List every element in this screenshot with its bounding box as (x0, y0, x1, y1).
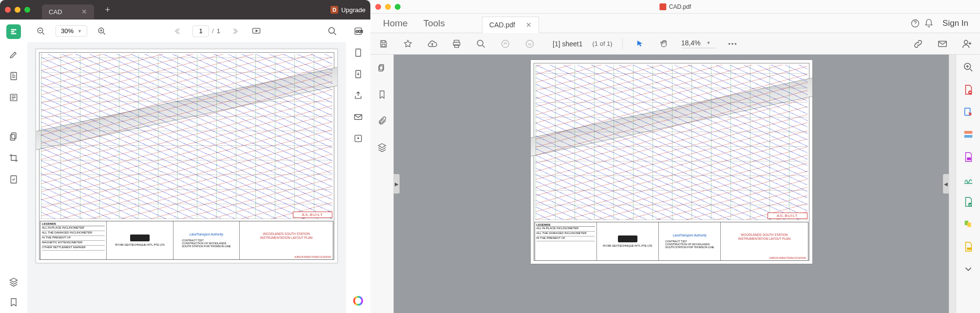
new-tab-button[interactable]: + (105, 5, 110, 15)
share-link-icon[interactable] (911, 37, 925, 51)
search-button[interactable] (326, 24, 339, 38)
ocr-icon[interactable]: OCR (352, 25, 364, 37)
page-down-icon[interactable] (522, 37, 537, 51)
save-box-icon[interactable] (352, 133, 364, 144)
page-input[interactable] (192, 25, 209, 37)
organize-pdf-icon[interactable] (962, 196, 974, 208)
contract-desc-2: SOUTH STATION FOR THOMSON LINE (665, 246, 714, 249)
expand-right-panel-button[interactable]: ◀ (943, 174, 949, 194)
page-tool-icon[interactable] (352, 47, 364, 59)
consultant-name: RYOBI GEOTECHNIQUE INT'L PTE LTD (115, 243, 164, 246)
reader-icon[interactable] (8, 92, 19, 103)
add-person-icon[interactable] (960, 37, 974, 51)
first-page-button[interactable] (171, 24, 185, 38)
bookmark-ribbon-icon[interactable] (376, 89, 388, 100)
presentation-mode-button[interactable] (250, 24, 263, 38)
help-icon[interactable] (908, 17, 922, 30)
edit-pdf-icon[interactable] (962, 129, 974, 140)
zoom-in-button[interactable] (95, 24, 109, 38)
bookmark-icon[interactable] (8, 296, 19, 308)
project-title-2: INSTRUMENTATION LAYOUT PLAN (241, 236, 331, 240)
mail-icon[interactable] (352, 111, 364, 123)
create-pdf-icon[interactable] (962, 84, 974, 96)
export-page-icon[interactable] (352, 68, 364, 80)
document-tab[interactable]: CAD ✕ (42, 4, 94, 19)
maximize-window-button[interactable] (24, 7, 30, 13)
comment-pdf-icon[interactable] (962, 151, 974, 163)
combine-files-icon[interactable] (962, 218, 974, 230)
as-built-stamp: AS-BUILT (768, 213, 807, 219)
project-title-2: INSTRUMENTATION LAYOUT PLAN (722, 237, 806, 241)
select-tool-icon[interactable] (633, 37, 647, 51)
minimize-window-button[interactable] (385, 4, 391, 10)
svg-rect-13 (355, 115, 362, 119)
highlighter-icon[interactable] (8, 49, 19, 60)
page-settings-icon[interactable] (8, 174, 19, 185)
layers-icon[interactable] (8, 276, 19, 288)
minimize-window-button[interactable] (15, 7, 20, 13)
last-page-button[interactable] (228, 24, 242, 38)
svg-point-25 (728, 43, 730, 45)
svg-rect-35 (964, 131, 972, 134)
svg-rect-41 (967, 248, 971, 250)
scrollbar[interactable] (949, 55, 956, 313)
share-icon[interactable] (352, 90, 364, 101)
notifications-icon[interactable] (922, 17, 936, 30)
tab-close-icon[interactable]: ✕ (526, 21, 532, 29)
nav-tools[interactable]: Tools (416, 18, 453, 29)
sign-in-button[interactable]: Sign In (936, 19, 975, 28)
drawing-reference: A/BD/K4082/T006/CDS/INS/ (294, 255, 331, 258)
zoom-value: 18,4% (681, 39, 701, 47)
svg-rect-40 (967, 222, 971, 227)
cloud-upload-icon[interactable] (425, 37, 440, 51)
page-total: 1 (217, 27, 220, 35)
zoom-level-select[interactable]: 18,4% ▼ (681, 39, 715, 48)
zoom-out-button[interactable] (34, 24, 48, 38)
redact-icon[interactable] (962, 241, 974, 253)
acrobat-right-app: CAD.pdf Home Tools CAD.pdf ✕ Sign In (370, 0, 980, 313)
document-viewport[interactable]: ▶ AS-BUILT LEGENDS ALL IN-PLACE INCLINOM… (394, 55, 949, 313)
email-attach-icon[interactable] (935, 37, 950, 51)
window-controls (5, 7, 30, 13)
svg-point-23 (502, 40, 509, 47)
more-tools-chevron-icon[interactable] (962, 263, 974, 275)
tab-close-icon[interactable]: ✕ (81, 8, 87, 16)
sign-icon[interactable] (962, 174, 974, 185)
chevron-down-icon: ▼ (77, 29, 82, 34)
top-toolbar: 30% ▼ / 1 (27, 20, 346, 43)
zoom-level-select[interactable]: 30% ▼ (56, 25, 87, 37)
document-viewport[interactable]: AS-BUILT LEGENDS ALL IN-PLACE INCLINOMET… (27, 43, 346, 313)
color-wheel-icon[interactable] (353, 295, 364, 306)
layers-panel-icon[interactable] (376, 141, 388, 153)
attachment-icon[interactable] (376, 115, 388, 127)
close-window-button[interactable] (375, 4, 381, 10)
zoom-value: 30% (61, 27, 74, 35)
search-plus-icon[interactable] (962, 61, 974, 73)
svg-rect-18 (382, 44, 385, 46)
save-icon[interactable] (376, 37, 391, 51)
document-tab[interactable]: CAD.pdf ✕ (482, 17, 539, 33)
document-page: AS-BUILT LEGENDS ALL IN-PLACE INCLINOMET… (36, 49, 338, 263)
thumbnails-icon[interactable] (376, 62, 388, 74)
close-window-button[interactable] (5, 7, 11, 13)
star-icon[interactable] (401, 37, 415, 51)
expand-left-panel-button[interactable]: ▶ (394, 174, 400, 194)
titlebar: CAD ✕ + D Upgrade (0, 0, 370, 20)
consultant-name: RYOBI GEOTECHNIQUE INT'L PTE LTD (603, 244, 652, 247)
app-logo-icon[interactable] (6, 24, 21, 39)
nav-home[interactable]: Home (375, 18, 416, 29)
print-icon[interactable] (449, 37, 464, 51)
page-up-icon[interactable] (498, 37, 513, 51)
crop-icon[interactable] (8, 152, 19, 164)
more-tools-icon[interactable] (725, 37, 740, 51)
copy-pages-icon[interactable] (8, 131, 19, 142)
hand-tool-icon[interactable] (657, 37, 672, 51)
drawing-reference: A/BD/K4082/T006/CDS/INS/ (769, 256, 806, 259)
maximize-window-button[interactable] (395, 4, 401, 10)
export-pdf-icon[interactable] (962, 106, 974, 118)
document-toolbar: [1] sheet1 (1 of 1) 18,4% ▼ (370, 33, 980, 55)
zoom-find-icon[interactable] (474, 37, 488, 51)
note-page-icon[interactable] (8, 70, 19, 82)
upgrade-button[interactable]: D Upgrade (330, 6, 365, 14)
svg-rect-2 (12, 133, 16, 139)
